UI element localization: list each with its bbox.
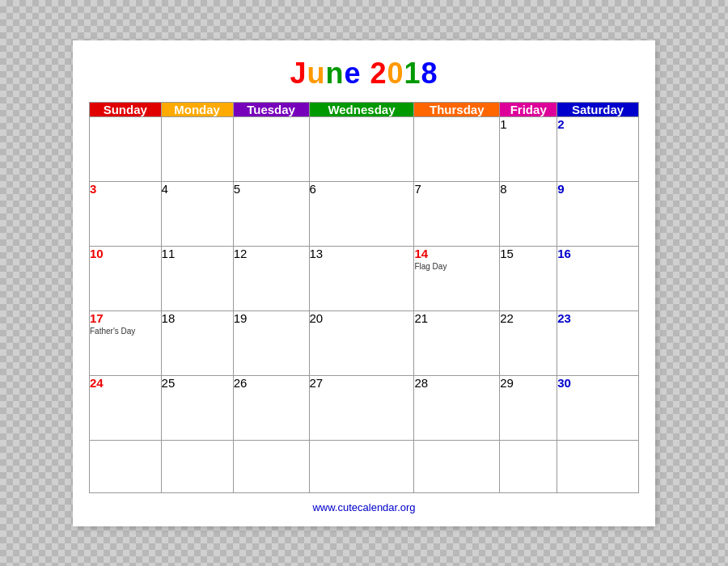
calendar-week-row: 12 xyxy=(90,116,639,181)
calendar-week-row: 24252627282930 xyxy=(90,375,639,440)
day-header-thursday: Thursday xyxy=(414,102,500,116)
calendar-cell xyxy=(309,116,414,181)
calendar-cell: 6 xyxy=(309,181,414,246)
calendar-cell: 1 xyxy=(500,116,557,181)
calendar-cell: 23 xyxy=(557,310,639,375)
calendar-empty-row xyxy=(90,440,639,492)
calendar-cell: 17Father's Day xyxy=(90,310,162,375)
day-number: 9 xyxy=(557,182,638,196)
calendar-cell-empty xyxy=(557,440,639,492)
calendar-cell: 30 xyxy=(557,375,639,440)
day-number: 7 xyxy=(414,182,499,196)
calendar-cell: 26 xyxy=(233,375,309,440)
calendar-cell: 25 xyxy=(161,375,233,440)
calendar-cell: 27 xyxy=(309,375,414,440)
calendar-cell: 7 xyxy=(414,181,500,246)
event-label: Father's Day xyxy=(90,327,161,336)
day-header-tuesday: Tuesday xyxy=(233,102,309,116)
calendar-week-row: 1011121314Flag Day1516 xyxy=(90,246,639,310)
calendar-cell: 24 xyxy=(90,375,162,440)
day-number: 14 xyxy=(414,247,499,260)
calendar-cell: 9 xyxy=(557,181,639,246)
day-number: 16 xyxy=(557,247,638,260)
day-number: 13 xyxy=(310,247,414,260)
calendar-title: June 2018 xyxy=(89,57,639,91)
calendar-week-row: 17Father's Day181920212223 xyxy=(90,310,639,375)
footer-link[interactable]: www.cutecalendar.org xyxy=(89,501,639,513)
event-label: Flag Day xyxy=(414,262,499,271)
day-number: 26 xyxy=(234,376,309,390)
calendar-cell: 21 xyxy=(414,310,500,375)
calendar-cell-empty xyxy=(161,440,233,492)
calendar-cell-empty xyxy=(500,440,557,492)
calendar-body: 1234567891011121314Flag Day151617Father'… xyxy=(90,116,639,492)
calendar-cell: 18 xyxy=(161,310,233,375)
calendar-cell xyxy=(90,116,162,181)
day-header-friday: Friday xyxy=(500,102,557,116)
day-number: 18 xyxy=(162,311,233,325)
day-number: 29 xyxy=(500,376,557,390)
day-number: 17 xyxy=(90,311,161,325)
day-number: 24 xyxy=(90,376,161,390)
day-number: 4 xyxy=(162,182,233,196)
calendar-cell: 13 xyxy=(309,246,414,310)
day-number: 20 xyxy=(310,311,414,325)
calendar-cell: 14Flag Day xyxy=(414,246,500,310)
calendar-week-row: 3456789 xyxy=(90,181,639,246)
calendar-cell: 4 xyxy=(161,181,233,246)
calendar-cell-empty xyxy=(233,440,309,492)
day-number: 5 xyxy=(234,182,309,196)
calendar-cell: 12 xyxy=(233,246,309,310)
calendar-cell: 11 xyxy=(161,246,233,310)
day-header-saturday: Saturday xyxy=(557,102,639,116)
calendar-cell xyxy=(233,116,309,181)
calendar-cell: 20 xyxy=(309,310,414,375)
calendar-cell: 19 xyxy=(233,310,309,375)
calendar-cell: 8 xyxy=(500,181,557,246)
day-number: 23 xyxy=(557,311,638,325)
calendar-cell-empty xyxy=(90,440,162,492)
day-number: 25 xyxy=(162,376,233,390)
day-number: 30 xyxy=(557,376,638,390)
calendar-cell: 15 xyxy=(500,246,557,310)
day-number: 10 xyxy=(90,247,161,260)
day-number: 8 xyxy=(500,182,557,196)
day-header-monday: Monday xyxy=(161,102,233,116)
day-number: 2 xyxy=(557,117,638,131)
calendar-table: SundayMondayTuesdayWednesdayThursdayFrid… xyxy=(89,102,639,493)
day-number: 28 xyxy=(414,376,499,390)
day-number: 15 xyxy=(500,247,557,260)
day-number: 12 xyxy=(234,247,309,260)
day-number: 22 xyxy=(500,311,557,325)
calendar-cell-empty xyxy=(309,440,414,492)
calendar-cell: 2 xyxy=(557,116,639,181)
footer-url[interactable]: www.cutecalendar.org xyxy=(312,501,415,513)
calendar-cell: 3 xyxy=(90,181,162,246)
calendar-cell xyxy=(161,116,233,181)
calendar-cell: 5 xyxy=(233,181,309,246)
day-number: 21 xyxy=(414,311,499,325)
calendar-container: June 2018 SundayMondayTuesdayWednesdayTh… xyxy=(73,40,655,526)
calendar-cell: 22 xyxy=(500,310,557,375)
day-number: 19 xyxy=(234,311,309,325)
day-number: 27 xyxy=(310,376,414,390)
day-number: 6 xyxy=(310,182,414,196)
calendar-cell: 16 xyxy=(557,246,639,310)
day-header-wednesday: Wednesday xyxy=(309,102,414,116)
calendar-cell-empty xyxy=(414,440,500,492)
calendar-cell: 28 xyxy=(414,375,500,440)
day-number: 11 xyxy=(162,247,233,260)
day-number: 1 xyxy=(500,117,557,131)
day-header-sunday: Sunday xyxy=(90,102,162,116)
calendar-cell: 10 xyxy=(90,246,162,310)
day-number: 3 xyxy=(90,182,161,196)
calendar-cell xyxy=(414,116,500,181)
calendar-cell: 29 xyxy=(500,375,557,440)
calendar-header-row: SundayMondayTuesdayWednesdayThursdayFrid… xyxy=(90,102,639,116)
